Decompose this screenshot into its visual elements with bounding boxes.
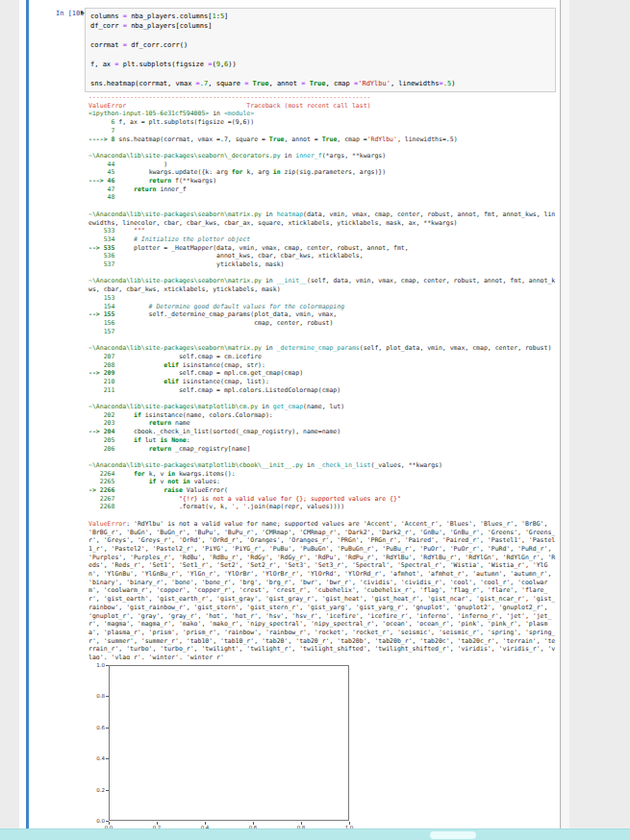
- code-line: columns = nba_players.columns[1:5]: [90, 12, 550, 21]
- traceback-line: [88, 202, 558, 210]
- traceback-line: --> 535 plotter = _HeatMapper(data, vmin…: [88, 244, 558, 253]
- traceback-line: [88, 269, 558, 278]
- code-line: corrmat = df_corr.corr(): [90, 40, 550, 50]
- traceback-line: 47 return inner_f: [88, 185, 558, 194]
- plot-area: [109, 665, 349, 821]
- traceback-line: [88, 453, 558, 461]
- traceback-line: ---> 46 return f(**kwargs): [88, 177, 558, 185]
- selected-cell-indicator: [26, 0, 29, 828]
- traceback-line: 48: [88, 193, 558, 202]
- code-line: f, ax = plt.subplots(figsize =(9,6)): [90, 60, 550, 69]
- error-traceback-output: ----------------------------------------…: [88, 93, 558, 662]
- traceback-line: 537 yticklabels, mask): [88, 260, 558, 269]
- y-tick-label: 1.0: [85, 662, 105, 668]
- traceback-line: 533 """: [88, 227, 558, 235]
- vertical-scrollbar-track[interactable]: [562, 0, 569, 828]
- traceback-line: 206 return _cmap_registry[name]: [88, 445, 558, 454]
- traceback-line: ----> 8 sns.heatmap(corrmat, vmax =.7, s…: [88, 136, 558, 144]
- traceback-line: 7: [88, 127, 558, 136]
- x-tick-mark: [301, 822, 302, 825]
- y-tick-mark: [106, 790, 109, 791]
- x-tick-mark: [109, 822, 110, 825]
- traceback-line: [88, 394, 558, 403]
- x-tick-mark: [205, 822, 206, 825]
- traceback-line: 202 if isinstance(name, colors.Colormap)…: [88, 411, 558, 420]
- traceback-line: ~\Anaconda\lib\site-packages\seaborn\_de…: [88, 152, 558, 161]
- traceback-line: 205 if lut is None:: [88, 436, 558, 445]
- traceback-line: ~\Anaconda\lib\site-packages\seaborn\mat…: [88, 277, 558, 293]
- traceback-line: [88, 335, 558, 344]
- code-line: sns.heatmap(corrmat, vmax =.7, square = …: [90, 79, 550, 88]
- code-line: df_corr = nba_players[columns]: [90, 21, 550, 31]
- x-tick-mark: [253, 822, 254, 825]
- traceback-line: <ipython-input-105-6e31cf594005> in <mod…: [88, 110, 558, 118]
- matplotlib-figure-output: 1.00.80.60.40.20.0 0.00.20.40.60.81.0: [85, 659, 373, 830]
- traceback-line: --> 155 self._determine_cmap_params(plot…: [88, 310, 558, 319]
- y-tick-label: 0.8: [85, 693, 105, 699]
- x-tick-mark: [157, 822, 158, 825]
- traceback-line: 45 kwargs.update({k: arg for k, arg in z…: [88, 168, 558, 177]
- traceback-line: ~\Anaconda\lib\site-packages\seaborn\mat…: [88, 210, 558, 227]
- traceback-line: 211 self.cmap = mpl.colors.ListedColorma…: [88, 386, 558, 395]
- x-tick-mark: [349, 822, 350, 825]
- traceback-line: [88, 511, 558, 520]
- traceback-line: --> 204 cbook._check_in_list(sorted(_cma…: [88, 428, 558, 436]
- traceback-line: 207 self.cmap = cm.icefire: [88, 353, 558, 361]
- traceback-line: 6 f, ax = plt.subplots(figsize =(9,6)): [88, 118, 558, 127]
- y-tick-label: 0.4: [85, 755, 105, 761]
- traceback-line: 157: [88, 328, 558, 336]
- code-input-cell[interactable]: columns = nba_players.columns[1:5]df_cor…: [85, 8, 556, 92]
- traceback-line: ~\Anaconda\lib\site-packages\matplotlib\…: [88, 461, 558, 470]
- traceback-line: ValueError Traceback (most recent call l…: [88, 102, 558, 111]
- traceback-line: 534 # Initialize the plotter object: [88, 235, 558, 244]
- traceback-line: 2264 for k, v in kwargs.items():: [88, 470, 558, 479]
- y-tick-mark: [106, 728, 109, 729]
- traceback-line: 210 elif isinstance(cmap, list):: [88, 378, 558, 386]
- traceback-line: ValueError: 'RdYlbu' is not a valid valu…: [88, 520, 558, 662]
- traceback-line: 2267 "{!r} is not a valid value for {}; …: [88, 495, 558, 504]
- traceback-line: [88, 143, 558, 152]
- y-tick-mark: [106, 696, 109, 697]
- y-tick-label: 0.0: [85, 818, 105, 824]
- traceback-line: ~\Anaconda\lib\site-packages\seaborn\mat…: [88, 344, 558, 353]
- traceback-line: -> 2266 raise ValueError(: [88, 486, 558, 495]
- traceback-line: 208 elif isinstance(cmap, str):: [88, 361, 558, 370]
- code-line: [90, 50, 550, 60]
- y-tick-mark: [106, 665, 109, 666]
- traceback-line: ~\Anaconda\lib\site-packages\matplotlib\…: [88, 403, 558, 411]
- code-line: [90, 31, 550, 40]
- traceback-line: 156 cmap, center, robust): [88, 319, 558, 328]
- y-tick-mark: [106, 758, 109, 759]
- traceback-line: --> 209 self.cmap = mpl.cm.get_cmap(cmap…: [88, 369, 558, 378]
- horizontal-scrollbar-thumb[interactable]: [430, 831, 476, 839]
- traceback-line: 44 ): [88, 161, 558, 169]
- y-tick-label: 0.2: [85, 787, 105, 793]
- traceback-line: 2268 .format(v, k, ', '.join(map(repr, v…: [88, 503, 558, 511]
- traceback-line: 153: [88, 294, 558, 303]
- traceback-line: 2265 if v not in values:: [88, 478, 558, 486]
- y-tick-label: 0.6: [85, 725, 105, 730]
- traceback-line: 536 annot_kws, cbar, cbar_kws, xticklabe…: [88, 252, 558, 260]
- code-line: [90, 69, 550, 79]
- traceback-line: 203 return name: [88, 419, 558, 428]
- horizontal-scrollbar-track[interactable]: [0, 828, 630, 840]
- traceback-line: 154 # Determine good default values for …: [88, 303, 558, 311]
- traceback-line: ----------------------------------------…: [88, 93, 558, 102]
